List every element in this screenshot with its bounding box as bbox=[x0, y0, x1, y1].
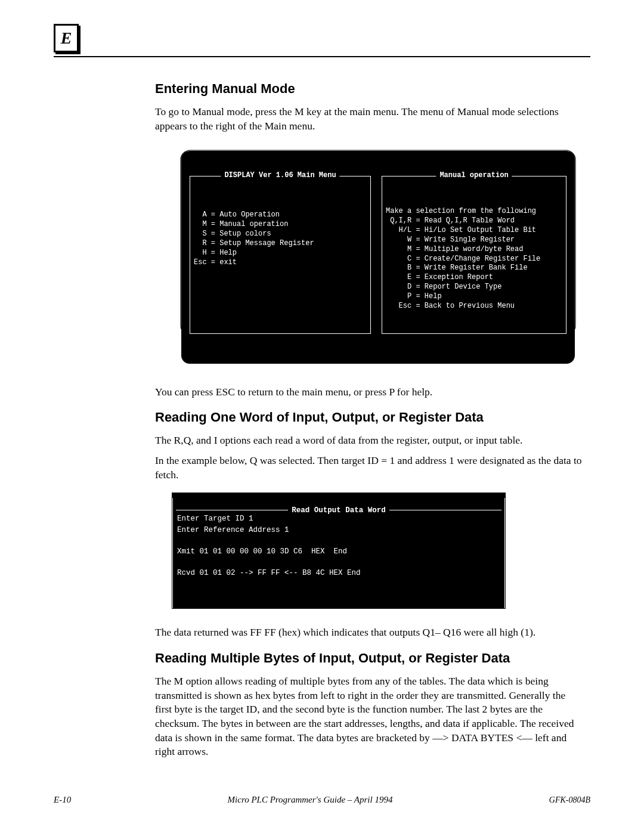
terminal-screen-2: Read Output Data WordEnter Target ID 1 E… bbox=[172, 493, 506, 609]
terminal-screen: DISPLAY Ver 1.06 Main Menu A = Auto Oper… bbox=[181, 151, 575, 364]
section-heading-1: Entering Manual Mode bbox=[155, 81, 584, 97]
appendix-letter-box: E bbox=[54, 24, 79, 52]
terminal-screenshot-2: Read Output Data WordEnter Target ID 1 E… bbox=[172, 493, 506, 609]
guide-title: Micro PLC Programmer's Guide – April 199… bbox=[228, 795, 393, 805]
main-menu-title: DISPLAY Ver 1.06 Main Menu bbox=[221, 171, 339, 181]
body-text: You can press ESC to return to the main … bbox=[155, 385, 584, 400]
body-text: To go to Manual mode, press the M key at… bbox=[155, 105, 584, 133]
section-heading-3: Reading Multiple Bytes of Input, Output,… bbox=[155, 651, 584, 666]
main-menu-panel: DISPLAY Ver 1.06 Main Menu A = Auto Oper… bbox=[190, 176, 371, 334]
content-column: Entering Manual Mode To go to Manual mod… bbox=[155, 81, 584, 759]
body-text: In the example below, Q was selected. Th… bbox=[155, 454, 584, 482]
manual-op-items: Make a selection from the following Q,I,… bbox=[386, 207, 562, 311]
doc-number: GFK-0804B bbox=[549, 795, 590, 805]
term2-title: Read Output Data Word bbox=[288, 506, 389, 515]
manual-op-panel: Manual operation Make a selection from t… bbox=[382, 176, 566, 334]
page-number: E-10 bbox=[54, 795, 71, 805]
body-text: The data returned was FF FF (hex) which … bbox=[155, 625, 584, 640]
appendix-letter: E bbox=[61, 29, 72, 48]
section-heading-2: Reading One Word of Input, Output, or Re… bbox=[155, 410, 584, 425]
term2-body: Enter Target ID 1 Enter Reference Addres… bbox=[176, 513, 501, 578]
body-text: The M option allows reading of multiple … bbox=[155, 674, 584, 759]
body-text: The R,Q, and I options each read a word … bbox=[155, 433, 584, 448]
main-menu-items: A = Auto Operation M = Manual operation … bbox=[194, 207, 367, 267]
terminal-screenshot-1: DISPLAY Ver 1.06 Main Menu A = Auto Oper… bbox=[172, 145, 584, 370]
page: E Entering Manual Mode To go to Manual m… bbox=[0, 0, 644, 833]
page-footer: E-10 Micro PLC Programmer's Guide – Apri… bbox=[54, 795, 590, 805]
header-rule bbox=[54, 56, 590, 57]
manual-op-title: Manual operation bbox=[436, 171, 512, 181]
